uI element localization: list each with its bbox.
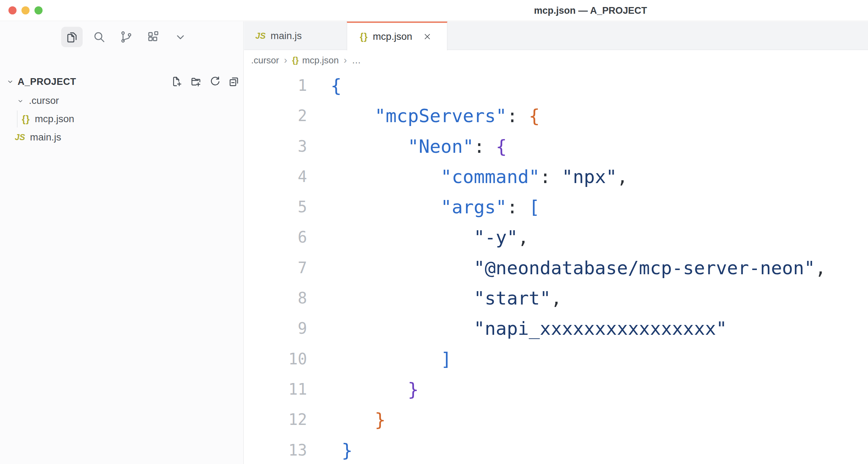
code-line: 11 }	[244, 374, 868, 405]
code-line-content: "command": "npx",	[307, 162, 628, 192]
token-b1: ]	[441, 349, 452, 370]
line-number: 5	[244, 192, 307, 222]
search-icon	[92, 30, 106, 44]
line-number: 3	[244, 131, 307, 162]
line-number: 8	[244, 283, 307, 313]
collapse-all-icon	[228, 75, 240, 88]
extensions-button[interactable]	[142, 27, 164, 47]
code-line: 9 "napi_xxxxxxxxxxxxxxxx"	[244, 313, 868, 344]
titlebar: mcp.json — A_PROJECT	[0, 0, 868, 21]
token-punct: :	[540, 166, 562, 187]
token-value: "npx"	[562, 166, 617, 187]
code-line: 10 ]	[244, 344, 868, 374]
line-number: 11	[244, 374, 307, 405]
tab-label: mcp.json	[373, 31, 412, 42]
tree-item-mcp-json[interactable]: {}mcp.json	[0, 110, 244, 128]
breadcrumb-segment[interactable]: {}mcp.json	[292, 55, 339, 66]
indent-guide	[17, 111, 18, 127]
project-root-label: A_PROJECT	[18, 76, 76, 87]
new-folder-button[interactable]	[189, 75, 203, 89]
files-icon	[65, 30, 79, 44]
token-key: "command"	[441, 166, 540, 187]
line-number: 7	[244, 253, 307, 283]
chevron-down-icon	[6, 77, 15, 86]
token-punct: ,	[551, 288, 562, 309]
line-number: 6	[244, 222, 307, 252]
code-line-content: "Neon": {	[307, 131, 507, 162]
new-file-button[interactable]	[170, 75, 184, 89]
token-b2: {	[529, 105, 540, 126]
close-window-button[interactable]	[8, 6, 17, 14]
token-value: "-y"	[474, 227, 518, 248]
code-line-content: "args": [	[307, 192, 540, 222]
minimize-window-button[interactable]	[21, 6, 30, 14]
git-branch-icon	[119, 30, 133, 44]
json-file-icon: {}	[360, 31, 368, 42]
breadcrumb-separator: ›	[284, 55, 287, 66]
editor-group: JSmain.js{}mcp.json .cursor›{}mcp.json›……	[244, 21, 868, 464]
app-window: mcp.json — A_PROJECT A_PROJECT .cursor{}…	[0, 0, 868, 464]
line-number: 4	[244, 162, 307, 192]
json-file-icon: {}	[292, 55, 299, 65]
code-line: 5 "args": [	[244, 192, 868, 222]
code-line: 13 }	[244, 435, 868, 464]
code-line: 4 "command": "npx",	[244, 162, 868, 192]
source-control-button[interactable]	[115, 27, 137, 47]
token-punct: ,	[518, 227, 529, 248]
tree-item-main-js[interactable]: JSmain.js	[0, 128, 244, 146]
more-button[interactable]	[170, 27, 191, 47]
close-tab-button[interactable]	[421, 31, 433, 43]
token-punct: :	[474, 136, 496, 157]
json-file-icon: {}	[22, 114, 30, 125]
code-line-content: }	[307, 405, 386, 435]
breadcrumb-segment[interactable]: …	[352, 55, 361, 66]
token-b1: {	[331, 75, 342, 96]
line-number: 2	[244, 101, 307, 131]
code-line: 1{	[244, 70, 868, 101]
code-line: 12 }	[244, 405, 868, 435]
code-line: 6 "-y",	[244, 222, 868, 252]
code-line: 7 "@neondatabase/mcp-server-neon",	[244, 253, 868, 283]
code-line-content: "start",	[307, 283, 562, 313]
chevron-down-icon	[173, 30, 187, 44]
token-b3: }	[408, 379, 419, 400]
collapse-all-button[interactable]	[227, 75, 241, 89]
zoom-window-button[interactable]	[34, 6, 43, 14]
js-file-icon: JS	[255, 31, 266, 41]
sidebar: A_PROJECT .cursor{}mcp.jsonJSmain.js	[0, 21, 244, 464]
code-line: 2 "mcpServers": {	[244, 101, 868, 131]
code-line-content: "-y",	[307, 222, 529, 252]
tab-bar: JSmain.js{}mcp.json	[244, 21, 868, 50]
explorer-section-header[interactable]: A_PROJECT	[0, 73, 244, 91]
editor[interactable]: 1{2 "mcpServers": {3 "Neon": {4 "command…	[244, 70, 868, 464]
breadcrumb-separator: ›	[344, 55, 347, 66]
breadcrumb-label: …	[352, 55, 361, 66]
tree-item-label: mcp.json	[35, 113, 74, 125]
token-key: "args"	[441, 196, 507, 218]
search-button[interactable]	[88, 27, 110, 47]
code-line-content: "napi_xxxxxxxxxxxxxxxx"	[307, 313, 727, 344]
explorer-button[interactable]	[61, 27, 83, 47]
chevron-down-icon	[16, 96, 25, 105]
token-b2: }	[375, 409, 385, 430]
code-line: 3 "Neon": {	[244, 131, 868, 162]
explorer-actions	[170, 75, 241, 89]
token-value: "napi_xxxxxxxxxxxxxxxx"	[474, 318, 727, 339]
code-line-content: "mcpServers": {	[307, 101, 540, 131]
refresh-button[interactable]	[208, 75, 222, 89]
code-line-content: ]	[307, 344, 452, 374]
tab-mcp-json[interactable]: {}mcp.json	[347, 21, 447, 50]
token-value: "start"	[474, 288, 551, 309]
extensions-icon	[146, 30, 160, 44]
tree-item-cursor[interactable]: .cursor	[0, 92, 244, 110]
new-file-icon	[171, 75, 183, 88]
token-punct: ,	[815, 257, 826, 278]
new-folder-icon	[190, 75, 202, 88]
token-punct: ,	[617, 166, 628, 187]
sidebar-toolbar	[0, 26, 244, 48]
tab-label: main.js	[270, 30, 302, 42]
token-b1: [	[529, 196, 540, 218]
code-line-content: }	[307, 374, 419, 405]
breadcrumb-segment[interactable]: .cursor	[251, 55, 279, 66]
tab-main-js[interactable]: JSmain.js	[244, 21, 347, 50]
